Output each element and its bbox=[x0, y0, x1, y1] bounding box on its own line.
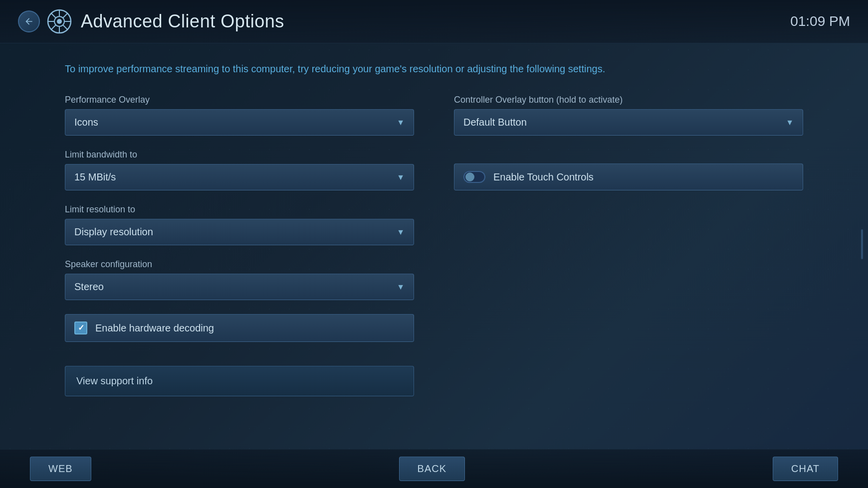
support-btn-label: View support info bbox=[76, 375, 153, 387]
touch-controls-row[interactable]: Enable Touch Controls bbox=[454, 163, 803, 190]
performance-overlay-dropdown[interactable]: Icons ▼ bbox=[65, 109, 414, 136]
limit-bandwidth-group: Limit bandwidth to 15 MBit/s ▼ bbox=[65, 150, 414, 190]
toggle-knob bbox=[465, 172, 474, 181]
speaker-config-group: Speaker configuration Stereo ▼ bbox=[65, 259, 414, 300]
scroll-indicator bbox=[861, 229, 863, 259]
right-column: Controller Overlay button (hold to activ… bbox=[454, 95, 803, 396]
limit-bandwidth-dropdown[interactable]: 15 MBit/s ▼ bbox=[65, 164, 414, 190]
svg-line-6 bbox=[51, 13, 56, 18]
controller-overlay-value: Default Button bbox=[463, 117, 527, 128]
chevron-down-icon: ▼ bbox=[397, 173, 405, 182]
clock: 01:09 PM bbox=[790, 13, 850, 29]
limit-resolution-dropdown[interactable]: Display resolution ▼ bbox=[65, 219, 414, 245]
back-arrow-icon bbox=[24, 16, 34, 26]
performance-overlay-value: Icons bbox=[74, 117, 98, 128]
header: Advanced Client Options 01:09 PM bbox=[0, 0, 868, 43]
limit-resolution-value: Display resolution bbox=[74, 226, 153, 238]
limit-resolution-label: Limit resolution to bbox=[65, 204, 414, 215]
page-title: Advanced Client Options bbox=[81, 11, 284, 32]
chevron-down-icon: ▼ bbox=[786, 118, 794, 127]
svg-line-9 bbox=[51, 25, 56, 29]
footer: WEB BACK CHAT bbox=[0, 449, 868, 488]
speaker-config-label: Speaker configuration bbox=[65, 259, 414, 270]
chevron-down-icon: ▼ bbox=[397, 228, 405, 237]
back-header-button[interactable] bbox=[18, 10, 40, 32]
limit-resolution-group: Limit resolution to Display resolution ▼ bbox=[65, 204, 414, 245]
svg-line-7 bbox=[63, 25, 67, 29]
chevron-down-icon: ▼ bbox=[397, 118, 405, 127]
speaker-config-dropdown[interactable]: Stereo ▼ bbox=[65, 274, 414, 300]
view-support-info-button[interactable]: View support info bbox=[65, 366, 414, 396]
web-button[interactable]: WEB bbox=[30, 457, 91, 481]
svg-line-8 bbox=[63, 13, 67, 18]
hardware-decoding-label: Enable hardware decoding bbox=[95, 323, 214, 334]
chat-button[interactable]: CHAT bbox=[773, 457, 838, 481]
info-text: To improve performance streaming to this… bbox=[65, 63, 803, 75]
back-button[interactable]: BACK bbox=[399, 457, 465, 481]
left-column: Performance Overlay Icons ▼ Limit bandwi… bbox=[65, 95, 414, 396]
touch-controls-toggle[interactable] bbox=[463, 171, 485, 183]
limit-bandwidth-value: 15 MBit/s bbox=[74, 171, 116, 183]
page: Advanced Client Options 01:09 PM To impr… bbox=[0, 0, 868, 488]
performance-overlay-label: Performance Overlay bbox=[65, 95, 414, 105]
steam-logo bbox=[47, 9, 72, 34]
limit-bandwidth-label: Limit bandwidth to bbox=[65, 150, 414, 160]
hardware-decoding-checkbox[interactable]: ✓ bbox=[74, 322, 87, 334]
controller-overlay-group: Controller Overlay button (hold to activ… bbox=[454, 95, 803, 136]
hardware-decoding-row[interactable]: ✓ Enable hardware decoding bbox=[65, 314, 414, 342]
checkmark-icon: ✓ bbox=[78, 324, 84, 332]
performance-overlay-group: Performance Overlay Icons ▼ bbox=[65, 95, 414, 136]
svg-point-10 bbox=[57, 19, 62, 24]
touch-controls-label: Enable Touch Controls bbox=[493, 171, 594, 183]
controller-overlay-dropdown[interactable]: Default Button ▼ bbox=[454, 109, 803, 136]
chevron-down-icon: ▼ bbox=[397, 283, 405, 292]
speaker-config-value: Stereo bbox=[74, 281, 104, 293]
controller-overlay-label: Controller Overlay button (hold to activ… bbox=[454, 95, 803, 105]
main-content: To improve performance streaming to this… bbox=[0, 43, 868, 449]
settings-grid: Performance Overlay Icons ▼ Limit bandwi… bbox=[65, 95, 803, 396]
